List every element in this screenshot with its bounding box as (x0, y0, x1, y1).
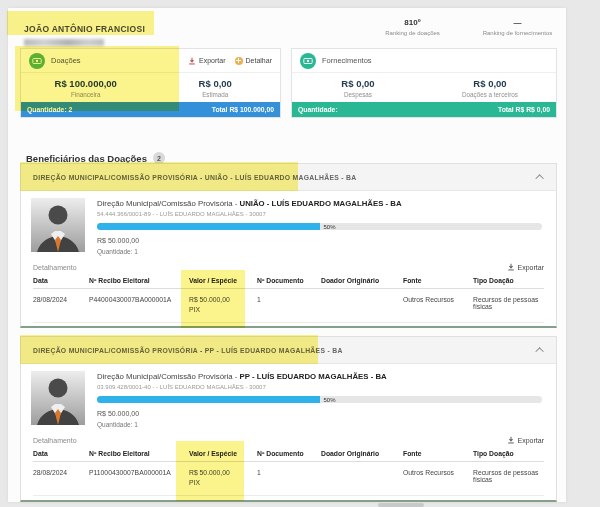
beneficiary-panel-pp: DIREÇÃO MUNICIPAL/COMISSÃO PROVISÓRIA - … (20, 336, 557, 502)
panel-header-text: DIREÇÃO MUNICIPAL/COMISSÃO PROVISÓRIA - … (33, 174, 356, 181)
chevron-up-icon (535, 347, 543, 355)
ranking-donations: 810º Ranking de doações (360, 18, 465, 36)
col-data: Data (33, 277, 85, 284)
scrollbar-thumb[interactable] (378, 503, 424, 507)
col-data: Data (33, 450, 85, 457)
download-icon (507, 263, 515, 271)
col-recibo: Nº Recibo Eleitoral (89, 450, 185, 457)
beneficiary-subtitle: 54.444.366/0001-89 - - LUÍS EDUARDO MAGA… (97, 211, 546, 217)
beneficiary-quantity: Quantidade: 1 (97, 248, 546, 255)
panel-header-uniao[interactable]: DIREÇÃO MUNICIPAL/COMISSÃO PROVISÓRIA - … (21, 164, 556, 191)
cell-fonte: Outros Recursos (403, 469, 469, 476)
supplies-metrics: R$ 0,00 Despesas R$ 0,00 Doações a terce… (292, 73, 556, 102)
metric-despesas-label: Despesas (292, 91, 424, 98)
cell-recibo: P44000430007BA000001A (89, 296, 185, 303)
col-tipo: Tipo Doação (473, 277, 544, 284)
metric-estimada-value: R$ 0,00 (151, 78, 281, 89)
table-row: 28/08/2024 P11000430007BA000001A R$ 50.0… (33, 462, 544, 496)
cell-recibo: P11000430007BA000001A (89, 469, 185, 476)
cell-especie: PIX (189, 479, 253, 486)
cell-valor-especie: R$ 50.000,00 PIX (189, 469, 253, 486)
beneficiary-title: Direção Municipal/Comissão Provisória - … (97, 199, 546, 208)
table-row: 28/08/2024 P44000430007BA000001A R$ 50.0… (33, 289, 544, 323)
col-documento: Nº Documento (257, 277, 317, 284)
beneficiary-title-prefix: Direção Municipal/Comissão Provisória - (97, 372, 240, 381)
supplies-card-footer: Quantidade: Total R$ R$ 0,00 (292, 102, 556, 117)
panel-body: Direção Municipal/Comissão Provisória - … (21, 364, 556, 433)
detail-bar: Detalhamento Exportar (21, 433, 556, 446)
progress-track: 50% (97, 223, 542, 230)
col-fonte: Fonte (403, 450, 469, 457)
supplies-card-title: Fornecimentos (322, 56, 372, 65)
donations-card-title: Doações (51, 56, 81, 65)
detail-bar: Detalhamento Exportar (21, 260, 556, 273)
beneficiary-amount: R$ 50.000,00 (97, 237, 546, 244)
col-recibo: Nº Recibo Eleitoral (89, 277, 185, 284)
detail-table: Data Nº Recibo Eleitoral Valor / Espécie… (21, 273, 556, 323)
supplies-quantity: Quantidade: (298, 106, 338, 113)
metric-financeira-value: R$ 100.000,00 (21, 78, 151, 89)
detail-label: Detalhamento (33, 437, 77, 444)
metric-despesas: R$ 0,00 Despesas (292, 78, 424, 98)
export-label: Exportar (518, 264, 544, 271)
beneficiary-panel-uniao: DIREÇÃO MUNICIPAL/COMISSÃO PROVISÓRIA - … (20, 163, 557, 328)
beneficiary-quantity: Quantidade: 1 (97, 421, 546, 428)
donation-progress: 50% (97, 396, 546, 404)
table-header-row: Data Nº Recibo Eleitoral Valor / Espécie… (33, 273, 544, 289)
profile-name: JOÃO ANTÔNIO FRANCIOSI (24, 24, 145, 34)
rankings: 810º Ranking de doações — Ranking de for… (360, 18, 570, 36)
metric-estimada-label: Estimada (151, 91, 281, 98)
avatar (31, 371, 85, 425)
detail-table: Data Nº Recibo Eleitoral Valor / Espécie… (21, 446, 556, 496)
donations-card-header: Doações Exportar Detalhar (21, 49, 280, 73)
col-fonte: Fonte (403, 277, 469, 284)
col-doador: Doador Originário (321, 277, 399, 284)
supplies-card-header: Fornecimentos (292, 49, 556, 73)
beneficiary-title-strong: PP - LUÍS EDUARDO MAGALHÃES - BA (240, 372, 387, 381)
export-table-button[interactable]: Exportar (507, 263, 544, 271)
ranking-donations-value: 810º (360, 18, 465, 27)
panel-header-pp[interactable]: DIREÇÃO MUNICIPAL/COMISSÃO PROVISÓRIA - … (21, 337, 556, 364)
summary-cards: Doações Exportar Detalhar (20, 48, 557, 118)
detail-button[interactable]: Detalhar (235, 57, 272, 65)
download-icon (188, 57, 196, 65)
metric-financeira-label: Financeira (21, 91, 151, 98)
donations-icon (29, 53, 45, 69)
ranking-supplies: — Ranking de fornecimentos (465, 18, 570, 36)
cell-data: 28/08/2024 (33, 296, 85, 303)
main-content: JOÃO ANTÔNIO FRANCIOSI 810º Ranking de d… (8, 8, 566, 502)
document-number-redacted (24, 39, 104, 46)
progress-track: 50% (97, 396, 542, 403)
donations-card-footer: Quantidade: 2 Total R$ 100.000,00 (21, 102, 280, 117)
app-screenshot: JOÃO ANTÔNIO FRANCIOSI 810º Ranking de d… (0, 0, 600, 507)
cell-documento: 1 (257, 296, 317, 303)
cell-especie: PIX (189, 306, 253, 313)
col-valor: Valor / Espécie (189, 277, 253, 284)
download-icon (507, 436, 515, 444)
export-button[interactable]: Exportar (188, 57, 225, 65)
cell-documento: 1 (257, 469, 317, 476)
donations-card: Doações Exportar Detalhar (20, 48, 281, 118)
export-table-button[interactable]: Exportar (507, 436, 544, 444)
cell-valor: R$ 50.000,00 (189, 296, 253, 303)
metric-estimada: R$ 0,00 Estimada (151, 78, 281, 98)
metric-doacoes-terceiros-value: R$ 0,00 (424, 78, 556, 89)
progress-label: 50% (324, 397, 336, 403)
supplies-card: Fornecimentos R$ 0,00 Despesas R$ 0,00 D… (291, 48, 557, 118)
cell-valor-especie: R$ 50.000,00 PIX (189, 296, 253, 313)
ranking-donations-label: Ranking de doações (360, 30, 465, 36)
beneficiary-amount: R$ 50.000,00 (97, 410, 546, 417)
donation-progress: 50% (97, 223, 546, 231)
beneficiary-subtitle: 03.909.428/0001-40 - - LUÍS EDUARDO MAGA… (97, 384, 546, 390)
progress-label: 50% (324, 224, 336, 230)
avatar (31, 198, 85, 252)
donations-metrics: R$ 100.000,00 Financeira R$ 0,00 Estimad… (21, 73, 280, 102)
export-label: Exportar (199, 57, 225, 64)
metric-financeira: R$ 100.000,00 Financeira (21, 78, 151, 98)
section-title: Beneficiários das Doações (26, 153, 147, 164)
plus-circle-icon (235, 57, 243, 65)
cell-tipo: Recursos de pessoas físicas (473, 296, 544, 310)
ranking-supplies-label: Ranking de fornecimentos (465, 30, 570, 36)
panel-header-text: DIREÇÃO MUNICIPAL/COMISSÃO PROVISÓRIA - … (33, 347, 343, 354)
detail-label: Detalhamento (33, 264, 77, 271)
